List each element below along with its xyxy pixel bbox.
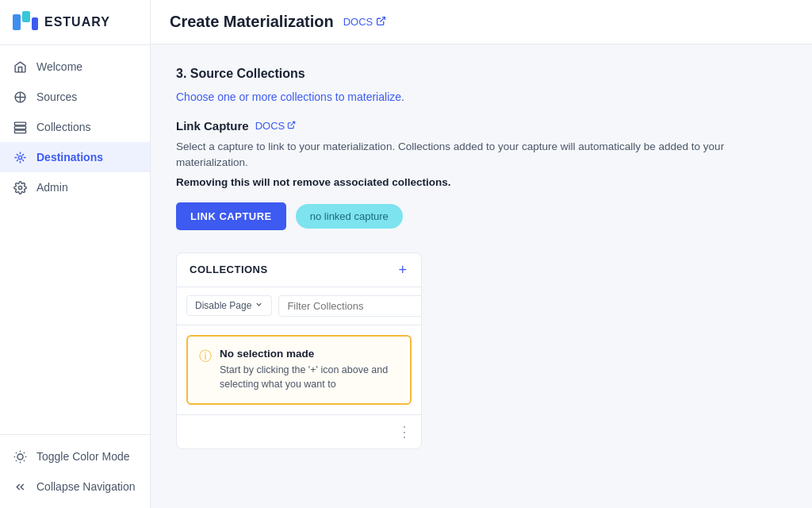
sidebar-item-collections[interactable]: Collections: [0, 112, 150, 142]
collections-empty-state: ⓘ No selection made Start by clicking th…: [186, 335, 412, 406]
collections-box: COLLECTIONS + Disable Page ✕ ⓘ: [176, 252, 422, 450]
description-text: Select a capture to link to your materia…: [176, 139, 787, 171]
warning-text: Removing this will not remove associated…: [176, 176, 787, 188]
info-icon: ⓘ: [199, 348, 212, 365]
empty-description: Start by clicking the '+' icon above and…: [220, 363, 399, 393]
sources-icon: [13, 90, 27, 104]
sidebar-item-destinations-label: Destinations: [36, 151, 103, 164]
home-icon: [13, 60, 27, 74]
sidebar-item-destinations[interactable]: Destinations: [0, 142, 150, 172]
sidebar-item-welcome[interactable]: Welcome: [0, 52, 150, 82]
collections-footer: ⋮: [177, 414, 421, 448]
svg-line-18: [381, 17, 385, 21]
svg-line-12: [15, 452, 16, 452]
collections-header: COLLECTIONS +: [177, 253, 421, 287]
sidebar-item-admin-label: Admin: [36, 181, 68, 194]
svg-rect-6: [14, 130, 25, 133]
toggle-color-label: Toggle Color Mode: [36, 450, 130, 463]
sidebar-item-collections-label: Collections: [36, 121, 90, 133]
sidebar-nav: Welcome Sources Collections: [0, 45, 150, 434]
link-capture-docs-label: DOCS: [255, 120, 285, 132]
svg-point-7: [18, 156, 21, 159]
sidebar-item-sources[interactable]: Sources: [0, 82, 150, 112]
disable-page-button[interactable]: Disable Page: [186, 295, 272, 316]
docs-link[interactable]: DOCS: [343, 16, 387, 29]
no-linked-capture-badge: no linked capture: [296, 204, 403, 229]
svg-line-19: [291, 121, 295, 125]
link-capture-docs-link[interactable]: DOCS: [255, 120, 297, 132]
svg-line-17: [24, 452, 25, 452]
collections-filter-row: Disable Page ✕: [177, 287, 421, 325]
disable-page-label: Disable Page: [195, 300, 251, 311]
sun-icon: [13, 449, 27, 464]
sidebar-item-admin[interactable]: Admin: [0, 172, 150, 202]
admin-icon: [13, 180, 27, 194]
link-capture-title: Link Capture: [176, 119, 249, 133]
svg-rect-4: [14, 122, 25, 125]
filter-collections-input[interactable]: [278, 295, 422, 317]
docs-link-label: DOCS: [343, 16, 373, 28]
sidebar-item-toggle-color[interactable]: Toggle Color Mode: [0, 441, 150, 471]
step-subtitle: Choose one or more collections to materi…: [176, 90, 787, 103]
collections-icon: [13, 120, 27, 134]
sidebar-bottom: Toggle Color Mode Collapse Navigation: [0, 434, 150, 508]
empty-text: No selection made Start by clicking the …: [220, 348, 399, 393]
sidebar-item-sources-label: Sources: [36, 90, 77, 103]
external-link-icon: [376, 16, 386, 29]
svg-rect-2: [32, 17, 38, 30]
link-capture-external-icon: [287, 120, 296, 132]
sidebar: ESTUARY Welcome Sources: [0, 0, 151, 508]
estuary-logo-icon: [13, 11, 38, 33]
svg-point-9: [17, 453, 22, 459]
logo: ESTUARY: [0, 0, 150, 45]
collections-title: COLLECTIONS: [190, 264, 268, 275]
svg-rect-5: [14, 126, 25, 129]
capture-row: LINK CAPTURE no linked capture: [176, 202, 787, 230]
collapse-nav-label: Collapse Navigation: [36, 480, 136, 493]
collapse-icon: [13, 479, 27, 494]
page-title: Create Materialization: [170, 13, 334, 31]
more-options-icon[interactable]: ⋮: [397, 423, 412, 441]
svg-line-16: [15, 460, 16, 461]
page-header: Create Materialization DOCS: [151, 0, 812, 44]
svg-point-8: [18, 186, 21, 189]
destinations-icon: [13, 150, 27, 164]
chevron-down-icon: [255, 300, 263, 311]
collections-add-button[interactable]: +: [396, 263, 408, 277]
link-capture-button[interactable]: LINK CAPTURE: [176, 202, 286, 230]
step-title: 3. Source Collections: [176, 67, 787, 81]
empty-title: No selection made: [220, 348, 399, 360]
sidebar-item-collapse-nav[interactable]: Collapse Navigation: [0, 471, 150, 502]
svg-rect-1: [22, 11, 30, 22]
svg-rect-0: [13, 14, 21, 30]
svg-line-13: [24, 460, 25, 461]
logo-text: ESTUARY: [44, 15, 110, 29]
content-area: 3. Source Collections Choose one or more…: [151, 44, 812, 508]
main-content: Create Materialization DOCS 3. Source Co…: [151, 0, 812, 508]
sidebar-item-welcome-label: Welcome: [36, 60, 82, 73]
link-capture-heading: Link Capture DOCS: [176, 119, 787, 133]
